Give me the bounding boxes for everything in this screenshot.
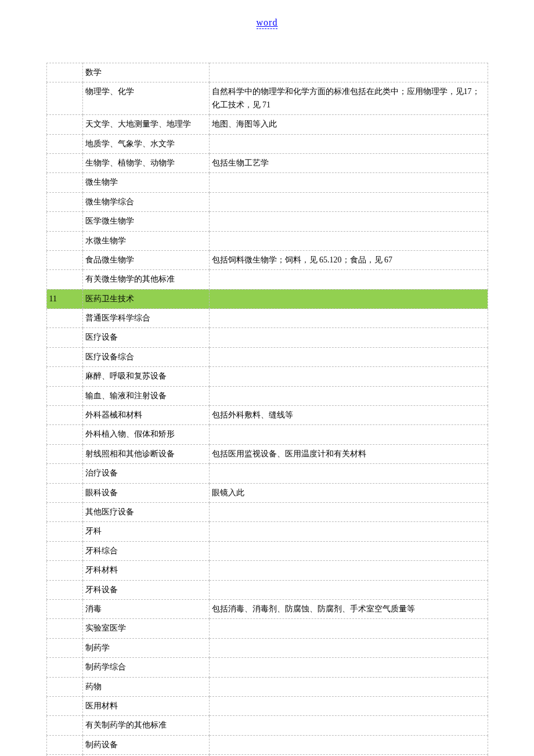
table-cell-note xyxy=(209,619,488,638)
table-row: 地质学、气象学、水文学 xyxy=(46,134,488,153)
table-cell-note: 包括消毒、消毒剂、防腐蚀、防腐剂、手术室空气质量等 xyxy=(209,599,488,618)
table-cell-note xyxy=(209,464,488,483)
table-cell-name: 物理学、化学 xyxy=(82,82,209,115)
table-row: 生物学、植物学、动物学包括生物工艺学 xyxy=(46,153,488,172)
table-cell-code xyxy=(46,735,82,754)
table-cell-name: 医药卫生技术 xyxy=(82,289,209,308)
table-cell-name: 其他医疗设备 xyxy=(82,502,209,521)
table-row: 射线照相和其他诊断设备包括医用监视设备、医用温度计和有关材料 xyxy=(46,444,488,463)
table-cell-note xyxy=(209,561,488,580)
table-cell-name: 外科器械和材料 xyxy=(82,406,209,425)
table-row: 有关制药学的其他标准 xyxy=(46,716,488,735)
table-cell-code xyxy=(46,677,82,696)
table-cell-name: 射线照相和其他诊断设备 xyxy=(82,444,209,463)
table-cell-code xyxy=(46,328,82,347)
table-cell-code xyxy=(46,115,82,134)
table-cell-name: 牙科材料 xyxy=(82,561,209,580)
table-cell-note xyxy=(209,212,488,231)
table-cell-code xyxy=(46,173,82,192)
table-cell-code xyxy=(46,82,82,115)
table-cell-name: 实验室医学 xyxy=(82,619,209,638)
table-cell-name: 天文学、大地测量学、地理学 xyxy=(82,115,209,134)
table-row: 11医药卫生技术 xyxy=(46,289,488,308)
table-row: 医用材料 xyxy=(46,696,488,715)
table-cell-code xyxy=(46,561,82,580)
table-cell-code xyxy=(46,406,82,425)
table-cell-name: 微生物学综合 xyxy=(82,192,209,211)
table-cell-note: 包括医用监视设备、医用温度计和有关材料 xyxy=(209,444,488,463)
table-cell-code xyxy=(46,212,82,231)
table-cell-code xyxy=(46,638,82,657)
table-cell-name: 牙科 xyxy=(82,522,209,541)
table-cell-note xyxy=(209,580,488,599)
table-cell-note: 包括饲料微生物学；饲料，见 65.120；食品，见 67 xyxy=(209,250,488,269)
table-cell-note xyxy=(209,735,488,754)
table-row: 医学微生物学 xyxy=(46,212,488,231)
table-cell-note xyxy=(209,541,488,560)
table-cell-code xyxy=(46,386,82,405)
table-cell-name: 制药学综合 xyxy=(82,658,209,677)
table-row: 牙科设备 xyxy=(46,580,488,599)
table-row: 医疗设备综合 xyxy=(46,347,488,366)
table-cell-code xyxy=(46,347,82,366)
table-cell-code xyxy=(46,716,82,735)
table-cell-code xyxy=(46,522,82,541)
table-cell-note xyxy=(209,309,488,328)
table-row: 微生物学 xyxy=(46,173,488,192)
table-cell-name: 药物 xyxy=(82,677,209,696)
table-cell-note xyxy=(209,328,488,347)
table-row: 制药设备 xyxy=(46,735,488,754)
table-cell-code xyxy=(46,541,82,560)
table-cell-code xyxy=(46,367,82,386)
table-cell-note xyxy=(209,63,488,82)
table-row: 数学 xyxy=(46,63,488,82)
table-row: 其他医疗设备 xyxy=(46,502,488,521)
table-row: 食品微生物学包括饲料微生物学；饲料，见 65.120；食品，见 67 xyxy=(46,250,488,269)
table-row: 制药学综合 xyxy=(46,658,488,677)
table-cell-code xyxy=(46,270,82,289)
table-row: 牙科 xyxy=(46,522,488,541)
table-cell-code xyxy=(46,134,82,153)
table-cell-name: 医疗设备 xyxy=(82,328,209,347)
table-row: 医疗设备 xyxy=(46,328,488,347)
table-cell-name: 医学微生物学 xyxy=(82,212,209,231)
table-cell-name: 有关微生物学的其他标准 xyxy=(82,270,209,289)
table-cell-code xyxy=(46,309,82,328)
table-cell-code xyxy=(46,153,82,172)
table-row: 天文学、大地测量学、地理学地图、海图等入此 xyxy=(46,115,488,134)
table-cell-note xyxy=(209,502,488,521)
table-cell-note xyxy=(209,696,488,715)
table-cell-code xyxy=(46,250,82,269)
table-cell-name: 医疗设备综合 xyxy=(82,347,209,366)
table-row: 微生物学综合 xyxy=(46,192,488,211)
word-link[interactable]: word xyxy=(257,17,278,29)
table-cell-note xyxy=(209,425,488,444)
table-cell-name: 眼科设备 xyxy=(82,483,209,502)
table-cell-name: 医用材料 xyxy=(82,696,209,715)
table-row: 眼科设备眼镜入此 xyxy=(46,483,488,502)
table-cell-note: 自然科学中的物理学和化学方面的标准包括在此类中；应用物理学，见17；化工技术，见… xyxy=(209,82,488,115)
classification-table: 数学物理学、化学自然科学中的物理学和化学方面的标准包括在此类中；应用物理学，见1… xyxy=(46,63,488,756)
table-cell-name: 有关制药学的其他标准 xyxy=(82,716,209,735)
table-cell-name: 麻醉、呼吸和复苏设备 xyxy=(82,367,209,386)
table-cell-note xyxy=(209,716,488,735)
table-cell-note xyxy=(209,677,488,696)
table-cell-name: 牙科设备 xyxy=(82,580,209,599)
table-cell-name: 微生物学 xyxy=(82,173,209,192)
table-cell-code xyxy=(46,619,82,638)
table-cell-name: 数学 xyxy=(82,63,209,82)
table-row: 消毒包括消毒、消毒剂、防腐蚀、防腐剂、手术室空气质量等 xyxy=(46,599,488,618)
table-cell-name: 制药学 xyxy=(82,638,209,657)
table-cell-note: 包括生物工艺学 xyxy=(209,153,488,172)
table-row: 外科植入物、假体和矫形 xyxy=(46,425,488,444)
table-cell-note: 地图、海图等入此 xyxy=(209,115,488,134)
table-body: 数学物理学、化学自然科学中的物理学和化学方面的标准包括在此类中；应用物理学，见1… xyxy=(46,63,488,757)
table-cell-note xyxy=(209,347,488,366)
table-cell-name: 食品微生物学 xyxy=(82,250,209,269)
table-cell-name: 水微生物学 xyxy=(82,231,209,250)
table-cell-name: 制药设备 xyxy=(82,735,209,754)
table-cell-note xyxy=(209,192,488,211)
table-cell-note xyxy=(209,231,488,250)
table-cell-code xyxy=(46,483,82,502)
table-row: 实验室医学 xyxy=(46,619,488,638)
